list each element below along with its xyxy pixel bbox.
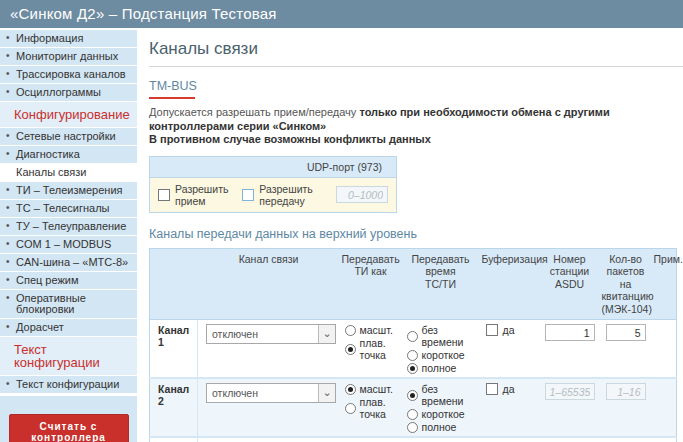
time-format-cell: без временикороткоеполное [402, 320, 480, 379]
channel-select[interactable]: отключен [206, 383, 336, 403]
allow-transmit-checkbox[interactable] [242, 189, 254, 201]
sidebar-item-label: ТУ – Телеуправление [16, 220, 126, 232]
buffering-checkbox[interactable] [486, 324, 498, 336]
sidebar-item[interactable]: •ТС – Телесигналы [0, 200, 137, 217]
asdu-station-input[interactable] [545, 324, 595, 341]
allow-transmit-option[interactable]: Разрешить передачу [242, 183, 324, 207]
time-format-cell: без временикороткоеполное [402, 437, 480, 442]
time-format-option[interactable]: короткое [407, 408, 478, 420]
ti-format-label: масшт. [360, 324, 393, 336]
sidebar-item[interactable]: •ТИ – Телеизмерения [0, 182, 137, 199]
time-format-label: без времени [422, 383, 478, 407]
bullet-icon: • [6, 32, 10, 43]
time-format-radio[interactable] [407, 409, 418, 420]
ti-format-option[interactable]: масшт. [345, 383, 400, 395]
app-title: «Синком Д2» – Подстанция Тестовая [10, 5, 277, 22]
sidebar-item-label: Сетевые настройки [16, 130, 116, 142]
sidebar-item-label: CAN-шина – «МТС-8» [16, 256, 128, 268]
col-header-packets: Кол-во пакетов на квитанцию (МЭК-104) [600, 248, 652, 320]
sidebar-item-label: Текст конфигурации [14, 342, 100, 370]
sidebar-item-label: Конфигурирование [14, 107, 130, 122]
sidebar-footer: Считать с контроллера Записать в контрол… [0, 396, 137, 442]
sidebar-item-label: Каналы связи [16, 166, 86, 178]
buffering-option[interactable]: да [482, 383, 538, 395]
sidebar-item[interactable]: •COM 1 – MODBUS [0, 236, 137, 253]
time-format-option[interactable]: без времени [407, 324, 478, 348]
sidebar-item-label: COM 1 – MODBUS [16, 238, 111, 250]
bullet-icon: • [6, 184, 10, 195]
time-format-radio[interactable] [407, 350, 418, 361]
col-header-buffering: Буферизация [480, 248, 540, 320]
time-format-label: короткое [422, 349, 465, 361]
time-format-label: полное [422, 421, 457, 433]
bullet-icon: • [6, 274, 10, 285]
sidebar-item-label: ТС – Телесигналы [16, 202, 109, 214]
time-format-option[interactable]: без времени [407, 383, 478, 407]
allow-transmit-label: Разрешить передачу [259, 183, 324, 207]
channels-table-body: Канал 1отключен⌄масшт.плав. точкабез вре… [150, 320, 677, 442]
ti-format-option[interactable]: плав. точка [345, 337, 400, 361]
bullet-icon: • [6, 256, 10, 267]
sidebar-item[interactable]: •Дорасчет [0, 319, 137, 336]
sidebar-item[interactable]: Каналы связи [0, 164, 137, 181]
ti-format-label: плав. точка [360, 337, 400, 361]
asdu-station-input[interactable] [545, 383, 595, 400]
sidebar-item-label: Трассировка каналов [16, 68, 126, 80]
sidebar-item[interactable]: •Сетевые настройки [0, 128, 137, 145]
ti-format-cell: масшт.плав. точка [340, 378, 402, 437]
sidebar-item[interactable]: •Диагностика [0, 146, 137, 163]
ti-format-option[interactable]: плав. точка [345, 396, 400, 420]
read-from-controller-button[interactable]: Считать с контроллера [9, 414, 129, 442]
ti-format-option[interactable]: масшт. [345, 324, 400, 336]
bullet-icon: • [6, 292, 10, 303]
time-format-label: короткое [422, 408, 465, 420]
note-bold-text-2: В противном случае возможны конфликты да… [149, 133, 431, 145]
tmbus-note: Допускается разрешать прием/передачу тол… [149, 106, 683, 147]
sidebar-item[interactable]: •Оперативные блокировки [0, 290, 137, 318]
sidebar-item[interactable]: •Спец режим [0, 272, 137, 289]
ti-format-radio[interactable] [345, 344, 356, 355]
sidebar-item-label: Диагностика [16, 148, 80, 160]
buffering-checkbox[interactable] [486, 383, 498, 395]
sidebar-item[interactable]: •ТУ – Телеуправление [0, 218, 137, 235]
sidebar-item[interactable]: •Мониторинг данных [0, 48, 137, 65]
allow-receive-option[interactable]: Разрешить прием [158, 183, 229, 207]
ti-format-cell: масшт.плав. точка [340, 320, 402, 379]
sidebar-item-label: Осциллограммы [16, 86, 101, 98]
ti-format-cell: масшт.плав. точка [340, 437, 402, 442]
sidebar-item[interactable]: •Информация [0, 30, 137, 47]
note-cell [652, 437, 677, 442]
packets-per-ack-input[interactable] [606, 324, 646, 341]
bullet-icon: • [6, 220, 10, 231]
channels-section-title: Каналы передачи данных на верхний уровен… [149, 227, 683, 241]
sidebar-item[interactable]: •Осциллограммы [0, 84, 137, 101]
channel-row: Канал 1отключен⌄масшт.плав. точкабез вре… [150, 320, 677, 379]
ti-format-radio[interactable] [345, 325, 356, 336]
buffering-option[interactable]: да [482, 324, 538, 336]
udp-port-input[interactable] [336, 186, 388, 203]
col-header-time-format: Передавать время ТС/ТИ [402, 248, 480, 320]
sidebar-item-label: Информация [16, 32, 83, 44]
sidebar-item[interactable]: •Текст конфигурации [0, 376, 137, 393]
ti-format-radio[interactable] [345, 384, 356, 395]
sidebar-item[interactable]: •CAN-шина – «МТС-8» [0, 254, 137, 271]
col-header-channel: Канал связи [198, 248, 340, 320]
time-format-option[interactable]: полное [407, 362, 478, 374]
time-format-radio[interactable] [407, 390, 418, 401]
time-format-option[interactable]: короткое [407, 349, 478, 361]
tmbus-heading: TM-BUS [149, 76, 197, 99]
ti-format-radio[interactable] [345, 403, 356, 414]
packets-per-ack-input[interactable] [606, 383, 646, 400]
time-format-radio[interactable] [407, 331, 418, 342]
bullet-icon: • [6, 321, 10, 332]
note-cell [652, 378, 677, 437]
page-title: Каналы связи [149, 34, 683, 67]
time-format-radio[interactable] [407, 422, 418, 433]
channels-table-header: Канал связи Передавать ТИ как Передавать… [150, 248, 677, 320]
channel-select[interactable]: отключен [206, 324, 336, 344]
allow-receive-checkbox[interactable] [158, 189, 170, 201]
sidebar-item[interactable]: •Трассировка каналов [0, 66, 137, 83]
time-format-option[interactable]: полное [407, 421, 478, 433]
time-format-radio[interactable] [407, 363, 418, 374]
main-content: Каналы связи TM-BUS Допускается разрешат… [137, 28, 683, 442]
